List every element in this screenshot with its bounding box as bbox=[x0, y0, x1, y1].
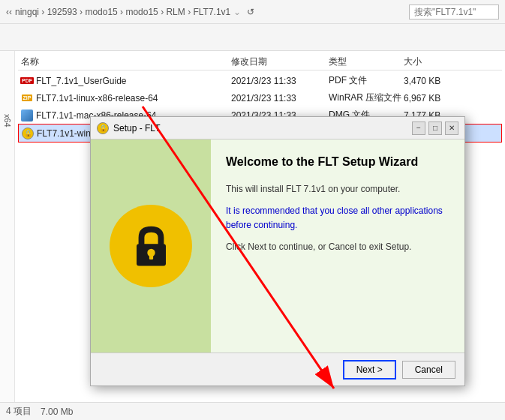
wizard-text-3: Click Next to continue, or Cancel to exi… bbox=[226, 240, 449, 254]
file-name-cell: PDF FLT_7.1v1_UserGuide bbox=[21, 75, 231, 87]
file-date: 2021/3/23 11:33 bbox=[231, 93, 329, 104]
table-row[interactable]: PDF FLT_7.1v1_UserGuide 2021/3/23 11:33 … bbox=[18, 72, 502, 89]
file-list-header: 名称 修改日期 类型 大小 bbox=[18, 54, 502, 70]
file-type: WinRAR 压缩文件 bbox=[329, 92, 404, 104]
file-size: 6,967 KB bbox=[404, 93, 464, 104]
next-button[interactable]: Next > bbox=[343, 360, 396, 380]
item-count: 4 项目 bbox=[6, 405, 32, 418]
zip-icon: ZIP bbox=[21, 92, 33, 104]
dropdown-icon[interactable]: ⌄ bbox=[233, 7, 241, 17]
minimize-button[interactable]: − bbox=[412, 122, 425, 135]
table-row[interactable]: ZIP FLT7.1v1-linux-x86-release-64 2021/3… bbox=[18, 89, 502, 106]
dialog-body: Welcome to the FLT Setup Wizard This wil… bbox=[91, 140, 464, 352]
sidebar: x64 bbox=[0, 51, 15, 402]
col-type[interactable]: 类型 bbox=[329, 56, 404, 68]
svg-rect-2 bbox=[149, 252, 152, 259]
file-date: 2021/3/23 11:33 bbox=[231, 76, 329, 86]
dialog-right-panel: Welcome to the FLT Setup Wizard This wil… bbox=[211, 140, 464, 352]
dialog-title: Setup - FLT bbox=[113, 123, 407, 134]
file-type: PDF 文件 bbox=[329, 74, 404, 87]
lock-logo bbox=[110, 205, 192, 287]
file-name: FLT_7.1v1_UserGuide bbox=[36, 76, 127, 86]
file-name-cell: ZIP FLT7.1v1-linux-x86-release-64 bbox=[21, 92, 231, 104]
file-size: 3,470 KB bbox=[404, 76, 464, 86]
file-name: FLT7.1v1-linux-x86-release-64 bbox=[36, 93, 158, 104]
pdf-icon: PDF bbox=[21, 75, 33, 87]
col-date[interactable]: 修改日期 bbox=[231, 56, 329, 68]
refresh-icon[interactable]: ↺ bbox=[247, 7, 254, 17]
status-bar: 4 项目 7.00 Mb bbox=[0, 402, 505, 420]
wizard-text-1: This will install FLT 7.1v1 on your comp… bbox=[226, 182, 449, 196]
lock-icon bbox=[127, 222, 176, 271]
dmg-icon bbox=[21, 110, 33, 122]
col-name[interactable]: 名称 bbox=[21, 56, 231, 68]
dialog-titlebar: 🔒 Setup - FLT − □ ✕ bbox=[91, 117, 464, 140]
dialog-left-panel bbox=[91, 140, 211, 352]
close-button[interactable]: ✕ bbox=[445, 122, 458, 135]
toolbar bbox=[0, 24, 505, 51]
sidebar-label: x64 bbox=[0, 111, 15, 130]
dialog-controls: − □ ✕ bbox=[412, 122, 458, 135]
col-size[interactable]: 大小 bbox=[404, 56, 464, 68]
setup-dialog: 🔒 Setup - FLT − □ ✕ Welcome to the FLT S… bbox=[90, 116, 465, 386]
wizard-title: Welcome to the FLT Setup Wizard bbox=[226, 154, 449, 170]
exe-icon: 🔒 bbox=[22, 128, 34, 140]
cancel-button[interactable]: Cancel bbox=[402, 361, 455, 379]
dialog-footer: Next > Cancel bbox=[91, 352, 464, 386]
breadcrumb-bar: ‹‹ ningqi › 192593 › modo15 › modo15 › R… bbox=[0, 0, 505, 24]
search-input[interactable] bbox=[409, 4, 499, 20]
wizard-text-2: It is recommended that you close all oth… bbox=[226, 204, 449, 232]
dialog-app-icon: 🔒 bbox=[97, 122, 109, 134]
back-icon[interactable]: ‹‹ bbox=[6, 7, 12, 17]
file-size-total: 7.00 Mb bbox=[41, 406, 73, 417]
breadcrumb: ningqi › 192593 › modo15 › modo15 › RLM … bbox=[15, 7, 230, 17]
maximize-button[interactable]: □ bbox=[428, 122, 442, 135]
